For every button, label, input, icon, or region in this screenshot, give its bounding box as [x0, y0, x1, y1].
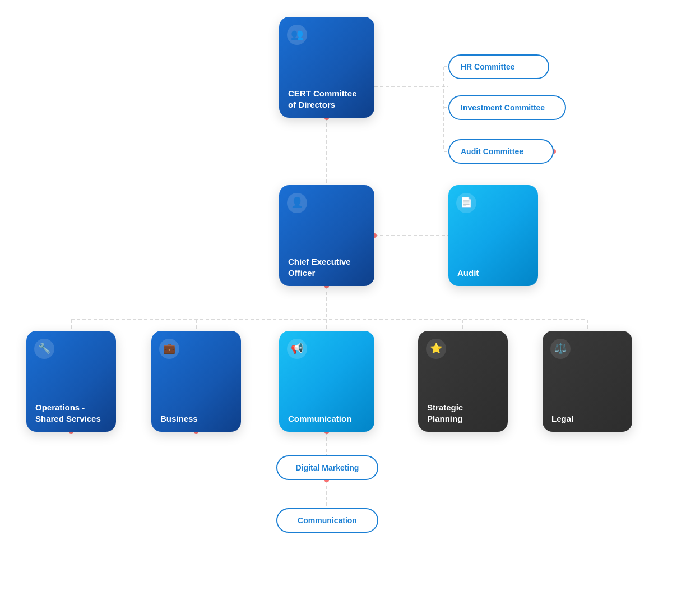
- business-label: Business: [160, 413, 198, 425]
- digital-marketing-label: Digital Marketing: [296, 463, 359, 472]
- strategic-node[interactable]: ⭐ Strategic Planning: [418, 331, 508, 432]
- communication-bottom-pill[interactable]: Communication: [276, 508, 378, 533]
- communication-label: Communication: [288, 413, 351, 425]
- operations-icon: 🔧: [34, 339, 54, 359]
- operations-label: Operations - Shared Services: [35, 402, 107, 424]
- cert-label: CERT Committee of Directors: [288, 88, 365, 110]
- strategic-label: Strategic Planning: [427, 402, 499, 424]
- operations-node[interactable]: 🔧 Operations - Shared Services: [26, 331, 116, 432]
- legal-label: Legal: [551, 413, 573, 425]
- legal-icon: ⚖️: [550, 339, 571, 359]
- audit-node[interactable]: 📄 Audit: [448, 185, 538, 286]
- cert-node[interactable]: 👥 CERT Committee of Directors: [279, 17, 374, 118]
- communication-bottom-label: Communication: [298, 516, 357, 525]
- ceo-label: Chief Executive Officer: [288, 256, 365, 278]
- hr-committee-pill[interactable]: HR Committee: [448, 54, 549, 79]
- audit-committee-label: Audit Committee: [461, 147, 523, 156]
- investment-label: Investment Committee: [461, 103, 545, 112]
- ceo-node[interactable]: 👤 Chief Executive Officer: [279, 185, 374, 286]
- cert-icon: 👥: [287, 25, 307, 45]
- audit-committee-pill[interactable]: Audit Committee: [448, 139, 554, 164]
- audit-icon: 📄: [456, 193, 476, 213]
- digital-marketing-pill[interactable]: Digital Marketing: [276, 455, 378, 480]
- audit-label: Audit: [457, 267, 479, 279]
- communication-node[interactable]: 📢 Communication: [279, 331, 374, 432]
- communication-icon: 📢: [287, 339, 307, 359]
- hr-label: HR Committee: [461, 62, 514, 71]
- strategic-icon: ⭐: [426, 339, 446, 359]
- business-node[interactable]: 💼 Business: [151, 331, 241, 432]
- ceo-icon: 👤: [287, 193, 307, 213]
- business-icon: 💼: [159, 339, 179, 359]
- investment-committee-pill[interactable]: Investment Committee: [448, 95, 566, 120]
- legal-node[interactable]: ⚖️ Legal: [543, 331, 632, 432]
- org-chart: 👥 CERT Committee of Directors HR Committ…: [0, 0, 700, 595]
